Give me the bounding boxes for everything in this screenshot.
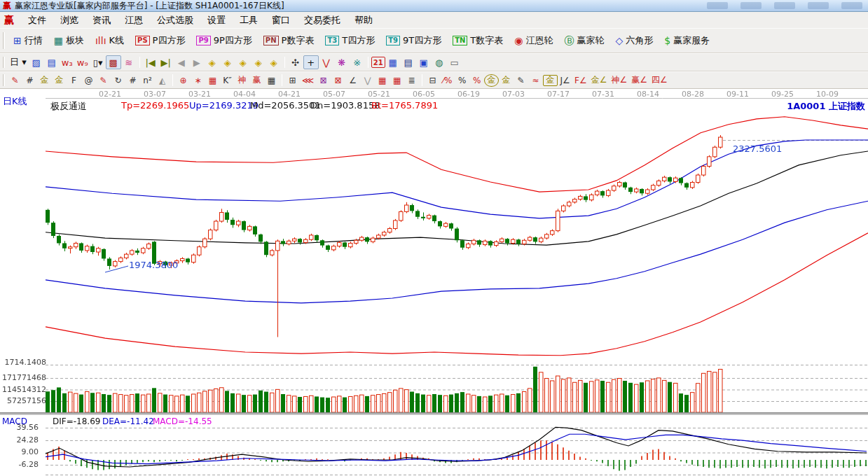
menu-item[interactable]: 文件: [21, 13, 53, 28]
draw-tool-button[interactable]: %: [469, 74, 484, 88]
menu-item[interactable]: 公式选股: [150, 13, 200, 28]
menu-item[interactable]: 工具: [233, 13, 265, 28]
draw-tool-button[interactable]: F: [67, 74, 81, 88]
tool-icon-button[interactable]: ◈: [235, 55, 251, 69]
menu-item[interactable]: 江恩: [118, 13, 150, 28]
tool-icon-button[interactable]: ◍: [432, 55, 447, 69]
draw-tool-button[interactable]: ✎: [514, 74, 528, 88]
tool-icon-button[interactable]: ▤: [401, 55, 416, 69]
toolbar-button-T数字表[interactable]: TNT数字表: [447, 31, 509, 50]
tool-icon-button[interactable]: +: [303, 55, 319, 69]
draw-tool-button[interactable]: %: [455, 74, 469, 88]
tool-icon-button[interactable]: ◈: [266, 55, 282, 69]
menu-item[interactable]: 浏览: [53, 13, 85, 28]
draw-tool-button[interactable]: ▦: [205, 74, 220, 88]
toolbar-button-label: 行情: [25, 34, 43, 47]
tool-icon-button[interactable]: ▭: [447, 55, 462, 69]
draw-tool-button[interactable]: ⊞: [285, 74, 300, 88]
tool-icon-button[interactable]: ▶: [189, 55, 205, 69]
tool-icon-button[interactable]: ◈: [220, 55, 235, 69]
draw-tool-button[interactable]: K″: [220, 74, 235, 88]
toolbar-button-赢家轮[interactable]: Ⓑ赢家轮: [559, 31, 610, 50]
draw-tool-button[interactable]: 金: [499, 74, 514, 88]
tool-icon-button[interactable]: ≋: [121, 55, 137, 69]
toolbar-button-六角形[interactable]: ◇六角形: [610, 31, 659, 50]
draw-tool-button[interactable]: F∠: [572, 74, 589, 88]
draw-tool-button[interactable]: ⊠: [316, 74, 331, 88]
toolbar-button-行情[interactable]: ⊞行情: [8, 31, 48, 50]
draw-tool-button[interactable]: 四∠: [649, 74, 670, 88]
chart-region[interactable]: 02-2103-0703-2104-0404-2105-0705-2106-05…: [0, 89, 868, 476]
draw-tool-button[interactable]: ↻: [111, 74, 125, 88]
draw-tool-button[interactable]: 金∠: [589, 74, 609, 88]
draw-tool-button[interactable]: ▦: [390, 74, 404, 88]
draw-tool-button[interactable]: ⋁: [360, 74, 375, 88]
menu-item[interactable]: 帮助: [347, 13, 380, 28]
tool-icon-button[interactable]: 日 ▾: [8, 55, 29, 69]
menu-item[interactable]: 窗口: [265, 13, 297, 28]
toolbar-button-江恩轮[interactable]: ◉江恩轮: [509, 31, 558, 50]
tool-icon: ıllı: [95, 36, 106, 46]
toolbar-button-9T四方形[interactable]: T99T四方形: [380, 31, 447, 50]
tool-icon-button[interactable]: ✣: [288, 55, 303, 69]
draw-tool-button[interactable]: 神∠: [609, 74, 630, 88]
draw-tool-button[interactable]: ⋘: [300, 74, 316, 88]
draw-tool-button[interactable]: @: [81, 74, 96, 88]
tool-icon-button[interactable]: |◀: [143, 55, 158, 69]
draw-tool-button[interactable]: 金: [37, 74, 52, 88]
tool-icon-button[interactable]: ◈: [205, 55, 220, 69]
draw-tool-button[interactable]: 金: [543, 75, 558, 86]
tool-icon-button[interactable]: ▣: [416, 55, 432, 69]
app-logo-icon: 赢: [3, 0, 11, 12]
tool-icon-button[interactable]: ◀: [174, 55, 189, 69]
draw-tool-button[interactable]: ◭: [155, 74, 170, 88]
draw-tool-button[interactable]: 金: [52, 74, 67, 88]
draw-tool-button[interactable]: ≣: [404, 74, 419, 88]
draw-tool-button[interactable]: ▦: [375, 74, 390, 88]
tool-icon-button[interactable]: ▩: [106, 55, 121, 69]
menu-item[interactable]: 交易委托: [297, 13, 347, 28]
draw-tool-button[interactable]: 金: [484, 74, 499, 87]
toolbar-button-P四方形[interactable]: PSP四方形: [130, 31, 191, 50]
toolbar-main: ⊞行情▦板块ıllıK线PSP四方形P99P四方形PNP数字表T3T四方形T99…: [0, 28, 868, 53]
draw-tool-button[interactable]: 赢: [249, 74, 264, 88]
draw-tool-button[interactable]: ∗: [191, 74, 205, 88]
menu-item[interactable]: 资讯: [85, 13, 118, 28]
tool-icon-button[interactable]: ※: [350, 55, 365, 69]
tool-icon-button[interactable]: ◈: [251, 55, 266, 69]
draw-tool-button[interactable]: ▦: [264, 74, 279, 88]
tool-icon-button[interactable]: ⋁: [319, 55, 334, 69]
toolbar-button-板块[interactable]: ▦板块: [48, 31, 90, 50]
tool-icon-button[interactable]: 21: [371, 57, 385, 68]
draw-tool-button[interactable]: #: [22, 74, 37, 88]
toolbar-button-赢家服务[interactable]: $赢家服务: [659, 31, 715, 50]
tool-icon-button[interactable]: ▯▾: [90, 55, 106, 69]
tool-icon-button[interactable]: ▨: [29, 55, 44, 69]
toolbar-button-T四方形[interactable]: T3T四方形: [319, 31, 380, 50]
draw-tool-button[interactable]: n²: [140, 74, 155, 88]
draw-tool-button[interactable]: ⊕: [176, 74, 191, 88]
toolbar-button-K线[interactable]: ıllıK线: [90, 31, 130, 50]
draw-tool-button[interactable]: ✎: [96, 74, 111, 88]
draw-tool-button[interactable]: 神: [235, 74, 249, 88]
draw-tool-button[interactable]: ∠: [345, 74, 360, 88]
tool-icon-button[interactable]: ▤: [44, 55, 60, 69]
draw-tool-button[interactable]: J∠: [558, 74, 572, 88]
tool-icon-button[interactable]: w₉: [75, 55, 90, 69]
tool-icon-button[interactable]: ▦: [385, 55, 401, 69]
toolbar-separator: [139, 57, 140, 69]
draw-tool-button[interactable]: ⁄%: [440, 74, 455, 88]
tool-icon-button[interactable]: ❋: [334, 55, 350, 69]
draw-tool-button[interactable]: #: [125, 74, 140, 88]
draw-tool-button[interactable]: ⊠: [331, 74, 345, 88]
tool-icon-button[interactable]: w₃: [60, 55, 75, 69]
draw-tool-button[interactable]: 赢∠: [629, 74, 649, 88]
toolbar-button-P数字表[interactable]: PNP数字表: [258, 31, 320, 50]
draw-tool-button[interactable]: ≈: [528, 74, 543, 88]
toolbar-button-9P四方形[interactable]: P99P四方形: [191, 31, 257, 50]
draw-tool-button[interactable]: ✎: [8, 74, 22, 88]
menu-item[interactable]: 设置: [200, 13, 233, 28]
tool-icon-button[interactable]: ▶|: [158, 55, 174, 69]
draw-tool-button[interactable]: ⊟: [425, 74, 440, 88]
toolbar-button-label: 六角形: [626, 34, 653, 47]
